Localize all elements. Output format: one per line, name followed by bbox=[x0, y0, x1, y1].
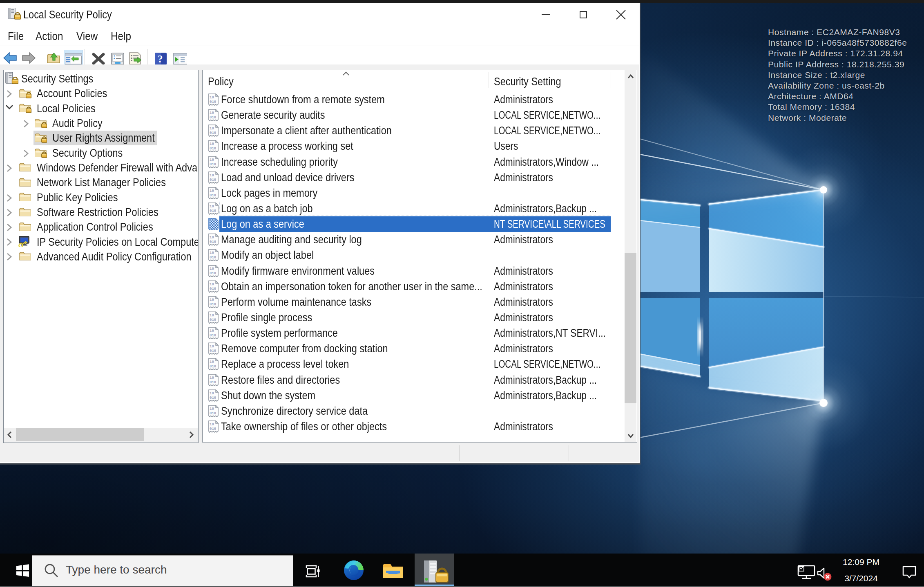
svg-text:?: ? bbox=[158, 53, 163, 64]
